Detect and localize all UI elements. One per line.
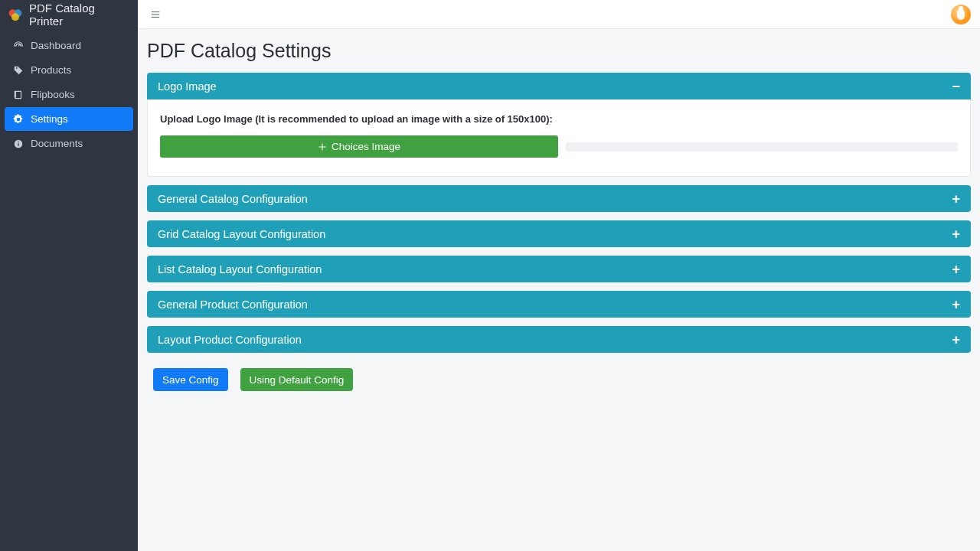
sidebar-item-dashboard[interactable]: Dashboard xyxy=(5,34,133,57)
minus-icon: − xyxy=(952,80,960,93)
dashboard-icon xyxy=(12,40,24,52)
sidebar-item-label: Documents xyxy=(31,138,83,149)
upload-path-placeholder xyxy=(566,142,958,152)
brand: PDF Catalog Printer xyxy=(0,0,138,29)
page-title: PDF Catalog Settings xyxy=(147,40,971,62)
panel-title: Layout Product Configuration xyxy=(158,334,302,346)
sidebar-item-products[interactable]: Products xyxy=(5,58,133,82)
main: PDF Catalog Settings Logo Image − Upload… xyxy=(138,0,980,551)
panel-header-layout-product[interactable]: Layout Product Configuration + xyxy=(147,326,971,353)
app-logo-icon xyxy=(8,7,23,22)
upload-label: Upload Logo Image (It is recommended to … xyxy=(160,113,958,125)
panel-title: Logo Image xyxy=(158,80,217,93)
plus-icon: + xyxy=(952,227,960,241)
upload-row: Choices Image xyxy=(160,135,958,158)
plus-icon xyxy=(318,142,327,152)
plus-icon: + xyxy=(952,192,960,206)
panel-title: General Catalog Configuration xyxy=(158,193,308,205)
content: PDF Catalog Settings Logo Image − Upload… xyxy=(138,29,980,406)
sidebar-item-documents[interactable]: Documents xyxy=(5,132,133,155)
panel-header-grid-layout[interactable]: Grid Catalog Layout Configuration + xyxy=(147,220,971,247)
save-config-button[interactable]: Save Config xyxy=(153,368,228,391)
sidebar-item-flipbooks[interactable]: Flipbooks xyxy=(5,83,133,106)
svg-rect-4 xyxy=(18,142,18,145)
action-row: Save Config Using Default Config xyxy=(147,368,971,391)
menu-toggle-button[interactable] xyxy=(147,6,164,23)
sidebar-nav: Dashboard Products Flipbooks Settings Do… xyxy=(0,29,138,161)
svg-point-2 xyxy=(11,13,19,21)
book-icon xyxy=(12,89,24,101)
sidebar-item-label: Products xyxy=(31,64,71,76)
plus-icon: + xyxy=(952,333,960,347)
panel-body-logo-image: Upload Logo Image (It is recommended to … xyxy=(147,99,971,177)
default-config-button[interactable]: Using Default Config xyxy=(240,368,354,391)
gear-icon xyxy=(12,113,24,126)
panel-title: Grid Catalog Layout Configuration xyxy=(158,228,325,240)
panel-header-logo-image[interactable]: Logo Image − xyxy=(147,73,971,99)
plus-icon: + xyxy=(952,298,960,311)
panel-title: General Product Configuration xyxy=(158,298,308,311)
svg-rect-5 xyxy=(18,141,18,142)
sidebar-item-label: Settings xyxy=(31,113,68,125)
bulb-icon xyxy=(957,9,965,20)
info-icon xyxy=(12,138,24,150)
panel-header-list-layout[interactable]: List Catalog Layout Configuration + xyxy=(147,256,971,282)
upload-button-label: Choices Image xyxy=(332,141,400,152)
topbar xyxy=(138,0,980,29)
sidebar: PDF Catalog Printer Dashboard Products F… xyxy=(0,0,138,551)
panel-header-general-product[interactable]: General Product Configuration + xyxy=(147,291,971,318)
plus-icon: + xyxy=(952,262,960,276)
tag-icon xyxy=(12,64,24,77)
user-avatar[interactable] xyxy=(951,5,971,24)
sidebar-item-label: Flipbooks xyxy=(31,89,75,100)
app-name: PDF Catalog Printer xyxy=(29,2,130,28)
sidebar-item-label: Dashboard xyxy=(31,40,81,51)
choices-image-button[interactable]: Choices Image xyxy=(160,135,558,158)
panel-header-general-catalog[interactable]: General Catalog Configuration + xyxy=(147,185,971,212)
sidebar-item-settings[interactable]: Settings xyxy=(5,107,133,131)
panel-title: List Catalog Layout Configuration xyxy=(158,263,322,276)
